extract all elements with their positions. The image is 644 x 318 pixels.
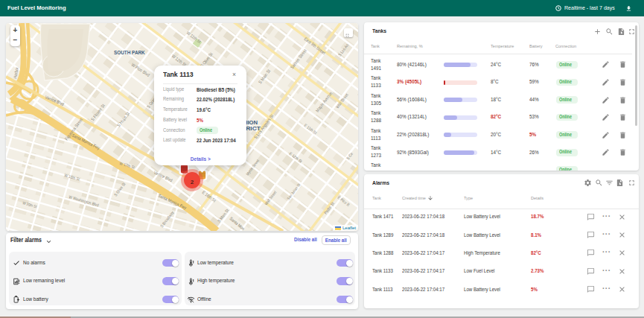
svg-text:SOUTH PARK: SOUTH PARK [114, 50, 145, 55]
